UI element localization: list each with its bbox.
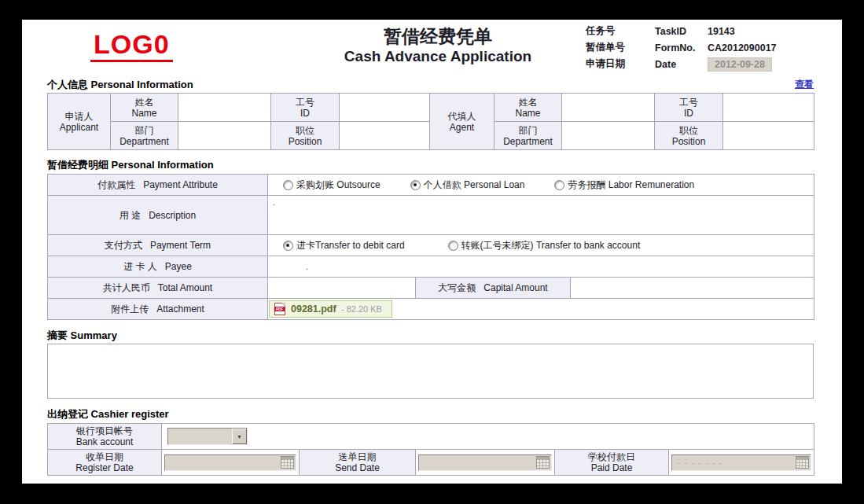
date-label-en: Date — [655, 59, 708, 70]
radio-label: 劳务报酬 Labor Remuneration — [568, 178, 694, 192]
applicant-position-value[interactable] — [340, 122, 430, 150]
id-label-cn: 工号 — [655, 97, 722, 108]
applicant-dept-value[interactable] — [178, 122, 271, 150]
total-amount-label-cn: 共计人民币 — [103, 282, 150, 293]
description-value[interactable]: . — [268, 196, 814, 235]
send-date-label: 送单日期 Send Date — [300, 450, 416, 476]
taskid-label-cn: 任务号 — [586, 24, 655, 38]
date-label-cn: 申请日期 — [586, 57, 655, 71]
total-amount-label-en: Total Amount — [158, 282, 212, 293]
total-amount-value[interactable] — [268, 278, 416, 299]
id-label-cn: 工号 — [271, 97, 339, 108]
paid-date-label-en: Paid Date — [555, 462, 668, 473]
form-header: LOG0 暂借经费凭单 Cash Advance Application 任务号… — [47, 20, 814, 78]
position-label-cn: 职位 — [271, 125, 339, 136]
attachment-label-en: Attachment — [156, 304, 204, 315]
agent-position-value[interactable] — [723, 122, 814, 150]
taskid-value: 19143 — [708, 26, 735, 37]
form-meta: 任务号 TaskID 19143 暂借单号 FormNo. CA20120900… — [586, 23, 777, 72]
apply-date-field[interactable]: 2012-09-28 — [708, 57, 772, 72]
svg-text:PDF: PDF — [276, 307, 283, 311]
attachment-file[interactable]: PDF 09281.pdf - 82.20 KB — [269, 300, 392, 318]
register-date-field[interactable] — [164, 454, 296, 471]
radio-labor-remuneration[interactable]: 劳务报酬 Labor Remuneration — [554, 178, 694, 192]
payee-value[interactable]: . — [268, 256, 814, 278]
dept-label-cn: 部门 — [111, 125, 178, 136]
dept-label-cn: 部门 — [495, 125, 561, 136]
agent-id-value[interactable] — [723, 94, 814, 122]
applicant-position-label: 职位 Position — [271, 122, 340, 150]
radio-personal-loan[interactable]: 个人借款 Personal Loan — [410, 178, 525, 192]
calendar-icon[interactable] — [281, 456, 294, 469]
description-row: 用 途Description . — [48, 196, 814, 235]
name-label-en: Name — [111, 108, 178, 119]
attachment-cell: PDF 09281.pdf - 82.20 KB — [268, 299, 814, 320]
bank-account-label-cn: 银行项目帐号 — [48, 425, 161, 436]
radio-icon — [283, 241, 293, 251]
position-label-en: Position — [271, 136, 339, 147]
view-link[interactable]: 查看 — [795, 78, 814, 91]
bank-account-label: 银行项目帐号 Bank account — [48, 424, 162, 450]
radio-bank-account[interactable]: 转账(工号未绑定) Transfer to bank account — [448, 239, 641, 252]
agent-label-en: Agent — [430, 122, 494, 133]
radio-icon — [283, 180, 293, 190]
cashier-title: 出纳登记 Cashier register — [47, 408, 814, 421]
personal-info-header: 个人信息 Personal Information 查看 — [47, 78, 814, 91]
register-date-label: 收单日期 Register Date — [48, 450, 162, 476]
meta-taskid-row: 任务号 TaskID 19143 — [586, 23, 777, 39]
applicant-id-value[interactable] — [340, 94, 430, 122]
agent-dept-value[interactable] — [562, 122, 655, 150]
summary-textarea[interactable] — [47, 344, 814, 399]
paid-date-label: 学校付款日 Paid Date — [555, 450, 669, 476]
capital-amount-label: 大写金额Capital Amount — [416, 278, 571, 299]
send-date-field[interactable] — [418, 454, 552, 471]
paid-date-cell: - - - - - - - — [669, 450, 814, 476]
calendar-icon[interactable] — [796, 456, 809, 469]
formno-label-en: FormNo. — [655, 42, 708, 53]
total-amount-row: 共计人民币Total Amount 大写金额Capital Amount — [48, 278, 814, 299]
agent-id-label: 工号 ID — [655, 94, 723, 122]
name-label-en: Name — [495, 108, 561, 119]
position-label-cn: 职位 — [655, 125, 722, 136]
cashier-table: 银行项目帐号 Bank account ▼ 收单日期 Register Date — [47, 423, 814, 476]
payment-term-options: 进卡Transfer to debit card 转账(工号未绑定) Trans… — [268, 235, 814, 256]
payment-term-row: 支付方式Payment Term 进卡Transfer to debit car… — [48, 235, 814, 256]
bank-account-row: 银行项目帐号 Bank account ▼ — [48, 424, 814, 450]
summary-title: 摘要 Summary — [47, 329, 814, 342]
applicant-name-label: 姓名 Name — [111, 94, 178, 122]
payment-attribute-label-en: Payment Attribute — [143, 179, 218, 190]
bank-account-selected-value — [168, 429, 232, 444]
agent-header-cell: 代填人 Agent — [430, 94, 495, 150]
payee-row: 进 卡 人Payee . — [48, 256, 814, 278]
id-label-en: ID — [655, 108, 722, 119]
attachment-label-cn: 附件上传 — [111, 304, 149, 315]
payment-term-label: 支付方式Payment Term — [48, 235, 268, 256]
applicant-name-value[interactable] — [178, 94, 271, 122]
capital-amount-value[interactable] — [571, 278, 814, 299]
agent-name-value[interactable] — [562, 94, 655, 122]
paid-date-field[interactable]: - - - - - - - — [671, 454, 811, 471]
description-label-en: Description — [149, 210, 196, 221]
payee-label-cn: 进 卡 人 — [123, 261, 157, 272]
register-date-label-cn: 收单日期 — [48, 451, 161, 462]
details-table: 付款属性Payment Attribute 采购划账 Outsource 个人借… — [47, 174, 814, 320]
bank-account-select[interactable]: ▼ — [167, 428, 248, 445]
total-amount-label: 共计人民币Total Amount — [48, 278, 268, 299]
page-title: 暂借经费凭单 Cash Advance Application — [344, 26, 531, 66]
attachment-label: 附件上传Attachment — [48, 299, 268, 320]
dept-label-en: Department — [495, 136, 561, 147]
personal-info-table: 申请人 Applicant 姓名 Name 工号 ID 代填人 Agent 姓名… — [47, 93, 814, 150]
logo: LOG0 — [90, 31, 173, 62]
radio-label: 个人借款 Personal Loan — [424, 178, 525, 192]
agent-dept-label: 部门 Department — [495, 122, 562, 150]
register-date-cell — [162, 450, 300, 476]
radio-outsource[interactable]: 采购划账 Outsource — [283, 178, 381, 192]
radio-icon — [448, 241, 458, 251]
attachment-filename: 09281.pdf — [291, 304, 336, 315]
radio-icon — [554, 180, 564, 190]
calendar-icon[interactable] — [536, 456, 550, 469]
page-title-en: Cash Advance Application — [344, 47, 531, 66]
radio-debit-card[interactable]: 进卡Transfer to debit card — [283, 239, 405, 252]
send-date-label-en: Send Date — [300, 462, 415, 473]
name-label-cn: 姓名 — [495, 97, 561, 108]
